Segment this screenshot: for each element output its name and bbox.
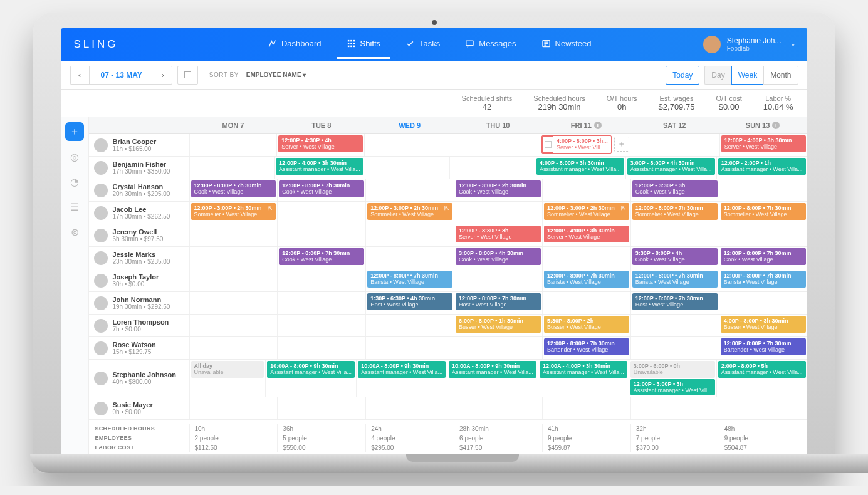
day-cell[interactable] xyxy=(632,134,719,156)
shift[interactable]: 12:00P - 3:00P • 2h 30min ⇱Sommelier • W… xyxy=(367,203,452,220)
employee-cell[interactable]: Rose Watson15h • $129.75 xyxy=(89,337,189,359)
shift[interactable]: 5:30P - 8:00P • 2hBusser • West Village xyxy=(544,316,629,333)
day-cell[interactable] xyxy=(365,315,454,336)
shift[interactable]: 12:00P - 4:00P • 3h 30minServer • West V… xyxy=(721,135,806,152)
day-cell[interactable]: 12:00P - 8:00P • 7h 30minHost • West Vil… xyxy=(454,292,542,314)
sort-value[interactable]: EMPLOYEE NAME ▾ xyxy=(246,71,306,78)
day-cell[interactable]: 12:00P - 3:30P • 3hServer • West Village xyxy=(454,224,542,246)
day-cell[interactable] xyxy=(189,292,278,314)
day-header[interactable]: FRI 11 i xyxy=(542,117,630,133)
shift[interactable]: 12:00P - 8:00P • 7h 30minHost • West Vil… xyxy=(632,293,718,310)
day-cell[interactable] xyxy=(365,157,450,179)
shift[interactable]: 12:00P - 8:00P • 7h 30minCook • West Vil… xyxy=(721,248,806,265)
settings-icon[interactable]: ⊚ xyxy=(65,222,84,241)
employee-cell[interactable]: Joseph Taylor30h • $0.00 xyxy=(89,269,189,291)
shift[interactable]: 3:00P - 6:00P • 0hUnavailable xyxy=(630,361,715,378)
employee-cell[interactable]: Brian Cooper11h • $165.00 xyxy=(89,134,189,156)
day-cell[interactable] xyxy=(365,224,454,246)
shift[interactable]: 12:00A - 4:00P • 3h 30minAssistant manag… xyxy=(540,361,627,378)
day-cell[interactable]: 12:00P - 8:00P • 7h 30minBartender • Wes… xyxy=(542,337,630,359)
day-cell[interactable]: 12:00P - 8:00P • 7h 30minBartender • Wes… xyxy=(719,337,807,359)
day-cell[interactable] xyxy=(630,397,719,419)
day-cell[interactable] xyxy=(189,224,278,246)
nav-newsfeed[interactable]: Newsfeed xyxy=(531,30,602,59)
day-cell[interactable]: 12:00P - 8:00P • 7h 30minCook • West Vil… xyxy=(189,179,278,201)
day-cell[interactable]: 12:00P - 8:00P • 7h 30minSommelier • Wes… xyxy=(630,202,719,224)
day-cell[interactable] xyxy=(454,337,542,359)
day-cell[interactable]: 4:00P - 8:00P • 3h...Server • West Vill.… xyxy=(540,134,632,156)
day-cell[interactable]: 12:00P - 8:00P • 7h 30minBarista • West … xyxy=(365,269,454,291)
employee-cell[interactable]: Crystal Hanson20h 30min • $205.00 xyxy=(89,179,189,201)
shift[interactable]: 3:00P - 8:00P • 4h 30minAssistant manage… xyxy=(627,158,715,175)
day-cell[interactable] xyxy=(542,292,630,314)
shift[interactable]: 10:00A - 8:00P • 9h 30minAssistant manag… xyxy=(449,361,536,378)
day-cell[interactable]: All dayUnavailable xyxy=(189,360,266,397)
shift[interactable]: 10:00A - 8:00P • 9h 30minAssistant manag… xyxy=(267,361,355,378)
day-cell[interactable] xyxy=(630,337,719,359)
shift[interactable]: 12:00P - 8:00P • 7h 30minBarista • West … xyxy=(721,271,806,288)
shift[interactable]: 10:00A - 8:00P • 9h 30minAssistant manag… xyxy=(358,361,446,378)
location-icon[interactable]: ◎ xyxy=(65,147,84,166)
day-cell[interactable]: 10:00A - 8:00P • 9h 30minAssistant manag… xyxy=(447,360,538,397)
shift[interactable]: 12:00P - 4:00P • 3h 30minAssistant manag… xyxy=(276,158,363,175)
day-cell[interactable] xyxy=(189,157,275,179)
shift[interactable]: 12:00P - 8:00P • 7h 30minCook • West Vil… xyxy=(191,180,276,197)
add-shift-button[interactable]: ＋ xyxy=(65,122,84,141)
shift-pending[interactable]: 4:00P - 8:00P • 3h...Server • West Vill.… xyxy=(541,135,612,154)
day-cell[interactable] xyxy=(542,247,630,269)
view-day[interactable]: Day xyxy=(704,66,731,85)
day-cell[interactable] xyxy=(542,179,630,201)
prev-week-button[interactable]: ‹ xyxy=(70,66,89,85)
day-cell[interactable]: 12:00A - 4:00P • 3h 30minAssistant manag… xyxy=(538,360,629,397)
day-cell[interactable]: 12:00P - 8:00P • 7h 30minCook • West Vil… xyxy=(277,179,365,201)
day-cell[interactable] xyxy=(365,179,454,201)
day-cell[interactable] xyxy=(454,202,542,224)
nav-dashboard[interactable]: Dashboard xyxy=(258,30,332,59)
day-cell[interactable]: 3:00P - 6:00P • 0hUnavailable12:00P - 3:… xyxy=(629,360,716,397)
day-cell[interactable]: 10:00A - 8:00P • 9h 30minAssistant manag… xyxy=(356,360,447,397)
shift[interactable]: 12:00P - 8:00P • 7h 30minBarista • West … xyxy=(367,271,452,288)
employee-cell[interactable]: Jeremy Owell6h 30min • $97.50 xyxy=(89,224,189,246)
day-cell[interactable]: 12:00P - 8:00P • 7h 30minCook • West Vil… xyxy=(719,247,807,269)
day-cell[interactable] xyxy=(277,292,365,314)
nav-messages[interactable]: Messages xyxy=(455,30,526,59)
day-cell[interactable]: 12:00P - 4:00P • 3h 30minServer • West V… xyxy=(542,224,630,246)
day-cell[interactable]: 2:00P - 8:00P • 5hAssistant manager • We… xyxy=(716,360,807,397)
shift[interactable]: 3:30P - 8:00P • 4hCook • West Village xyxy=(632,248,718,265)
day-cell[interactable] xyxy=(189,397,278,419)
day-cell[interactable] xyxy=(719,179,807,201)
next-week-button[interactable]: › xyxy=(154,66,172,85)
day-cell[interactable]: 12:00P - 8:00P • 7h 30minBarista • West … xyxy=(542,269,630,291)
day-cell[interactable] xyxy=(452,134,540,156)
shift[interactable]: All dayUnavailable xyxy=(191,361,264,378)
day-cell[interactable]: 12:00P - 8:00P • 7h 30minCook • West Vil… xyxy=(277,247,365,269)
day-cell[interactable]: 6:00P - 8:00P • 1h 30minBusser • West Vi… xyxy=(454,315,542,336)
day-cell[interactable] xyxy=(719,224,807,246)
day-cell[interactable] xyxy=(630,315,719,336)
employee-cell[interactable]: Jessie Marks23h 30min • $235.00 xyxy=(89,247,189,269)
shift[interactable]: 12:00P - 3:00P • 2h 30min ⇱Sommelier • W… xyxy=(544,203,629,220)
day-cell[interactable] xyxy=(277,315,365,336)
shift[interactable]: 12:00P - 4:30P • 4hServer • West Village xyxy=(278,135,363,152)
shift[interactable]: 12:00P - 8:00P • 7h 30minBartender • Wes… xyxy=(544,338,629,355)
day-cell[interactable]: 10:00A - 8:00P • 9h 30minAssistant manag… xyxy=(265,360,356,397)
day-cell[interactable]: 4:00P - 8:00P • 3h 30minAssistant manage… xyxy=(535,157,625,179)
employee-cell[interactable]: Stephanie Johnson40h • $800.00 xyxy=(89,360,189,397)
day-header[interactable]: WED 9 xyxy=(365,117,454,133)
day-header[interactable]: SUN 13 i xyxy=(719,117,807,133)
shift[interactable]: 12:00P - 3:00P • 2h 30minCook • West Vil… xyxy=(456,180,541,197)
day-cell[interactable]: 5:30P - 8:00P • 2hBusser • West Village xyxy=(542,315,630,336)
view-week[interactable]: Week xyxy=(731,66,763,85)
day-cell[interactable] xyxy=(542,397,630,419)
nav-tasks[interactable]: Tasks xyxy=(395,30,450,59)
day-cell[interactable]: 12:00P - 3:30P • 3hCook • West Village xyxy=(630,179,719,201)
day-cell[interactable] xyxy=(277,202,365,224)
shift[interactable]: 3:00P - 8:00P • 4h 30minCook • West Vill… xyxy=(456,248,541,265)
day-cell[interactable] xyxy=(365,337,454,359)
today-button[interactable]: Today xyxy=(666,66,699,85)
user-menu[interactable]: Stephanie Joh... Foodlab ▾ xyxy=(703,36,795,53)
shift[interactable]: 12:00P - 8:00P • 7h 30minHost • West Vil… xyxy=(456,293,541,310)
day-cell[interactable]: 12:00P - 8:00P • 7h 30minHost • West Vil… xyxy=(630,292,719,314)
day-cell[interactable]: 12:00P - 8:00P • 7h 30minSommelier • Wes… xyxy=(719,202,807,224)
shift[interactable]: 12:00P - 8:00P • 7h 30minBarista • West … xyxy=(632,271,718,288)
